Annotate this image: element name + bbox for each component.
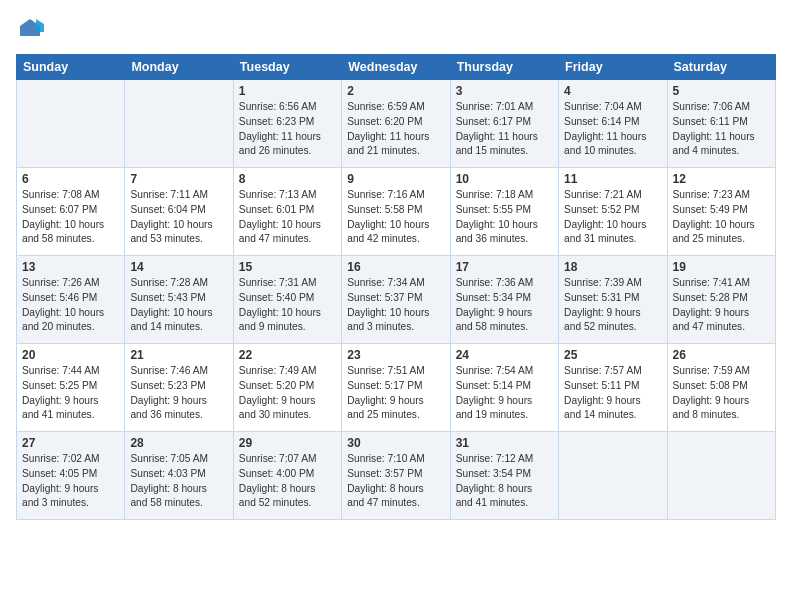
day-header-sunday: Sunday <box>17 55 125 80</box>
calendar-cell: 20Sunrise: 7:44 AM Sunset: 5:25 PM Dayli… <box>17 344 125 432</box>
day-number: 5 <box>673 84 770 98</box>
day-number: 21 <box>130 348 227 362</box>
day-header-tuesday: Tuesday <box>233 55 341 80</box>
calendar-cell: 8Sunrise: 7:13 AM Sunset: 6:01 PM Daylig… <box>233 168 341 256</box>
calendar-cell: 29Sunrise: 7:07 AM Sunset: 4:00 PM Dayli… <box>233 432 341 520</box>
day-info: Sunrise: 7:57 AM Sunset: 5:11 PM Dayligh… <box>564 364 661 423</box>
calendar-cell <box>559 432 667 520</box>
day-info: Sunrise: 7:12 AM Sunset: 3:54 PM Dayligh… <box>456 452 553 511</box>
day-header-friday: Friday <box>559 55 667 80</box>
day-number: 31 <box>456 436 553 450</box>
calendar-cell: 7Sunrise: 7:11 AM Sunset: 6:04 PM Daylig… <box>125 168 233 256</box>
day-info: Sunrise: 7:11 AM Sunset: 6:04 PM Dayligh… <box>130 188 227 247</box>
day-number: 1 <box>239 84 336 98</box>
page-header <box>16 16 776 44</box>
calendar-cell: 13Sunrise: 7:26 AM Sunset: 5:46 PM Dayli… <box>17 256 125 344</box>
day-info: Sunrise: 7:02 AM Sunset: 4:05 PM Dayligh… <box>22 452 119 511</box>
day-number: 4 <box>564 84 661 98</box>
day-number: 12 <box>673 172 770 186</box>
day-number: 29 <box>239 436 336 450</box>
calendar-cell: 10Sunrise: 7:18 AM Sunset: 5:55 PM Dayli… <box>450 168 558 256</box>
calendar-cell: 25Sunrise: 7:57 AM Sunset: 5:11 PM Dayli… <box>559 344 667 432</box>
day-number: 30 <box>347 436 444 450</box>
day-number: 6 <box>22 172 119 186</box>
day-number: 25 <box>564 348 661 362</box>
calendar-cell: 3Sunrise: 7:01 AM Sunset: 6:17 PM Daylig… <box>450 80 558 168</box>
logo-icon <box>16 16 44 44</box>
day-info: Sunrise: 7:34 AM Sunset: 5:37 PM Dayligh… <box>347 276 444 335</box>
calendar-cell: 4Sunrise: 7:04 AM Sunset: 6:14 PM Daylig… <box>559 80 667 168</box>
day-header-thursday: Thursday <box>450 55 558 80</box>
calendar-week-row: 6Sunrise: 7:08 AM Sunset: 6:07 PM Daylig… <box>17 168 776 256</box>
day-number: 19 <box>673 260 770 274</box>
day-number: 8 <box>239 172 336 186</box>
day-info: Sunrise: 7:23 AM Sunset: 5:49 PM Dayligh… <box>673 188 770 247</box>
day-info: Sunrise: 7:26 AM Sunset: 5:46 PM Dayligh… <box>22 276 119 335</box>
svg-marker-2 <box>36 19 44 32</box>
day-number: 26 <box>673 348 770 362</box>
calendar-cell: 28Sunrise: 7:05 AM Sunset: 4:03 PM Dayli… <box>125 432 233 520</box>
day-info: Sunrise: 7:51 AM Sunset: 5:17 PM Dayligh… <box>347 364 444 423</box>
day-info: Sunrise: 7:36 AM Sunset: 5:34 PM Dayligh… <box>456 276 553 335</box>
day-info: Sunrise: 7:46 AM Sunset: 5:23 PM Dayligh… <box>130 364 227 423</box>
day-number: 14 <box>130 260 227 274</box>
calendar-cell: 23Sunrise: 7:51 AM Sunset: 5:17 PM Dayli… <box>342 344 450 432</box>
calendar-cell: 1Sunrise: 6:56 AM Sunset: 6:23 PM Daylig… <box>233 80 341 168</box>
day-info: Sunrise: 7:28 AM Sunset: 5:43 PM Dayligh… <box>130 276 227 335</box>
day-number: 17 <box>456 260 553 274</box>
day-number: 22 <box>239 348 336 362</box>
day-info: Sunrise: 7:01 AM Sunset: 6:17 PM Dayligh… <box>456 100 553 159</box>
calendar-cell: 21Sunrise: 7:46 AM Sunset: 5:23 PM Dayli… <box>125 344 233 432</box>
day-number: 15 <box>239 260 336 274</box>
day-header-saturday: Saturday <box>667 55 775 80</box>
day-info: Sunrise: 7:21 AM Sunset: 5:52 PM Dayligh… <box>564 188 661 247</box>
calendar-cell: 2Sunrise: 6:59 AM Sunset: 6:20 PM Daylig… <box>342 80 450 168</box>
day-number: 24 <box>456 348 553 362</box>
day-number: 23 <box>347 348 444 362</box>
calendar-cell: 18Sunrise: 7:39 AM Sunset: 5:31 PM Dayli… <box>559 256 667 344</box>
day-number: 28 <box>130 436 227 450</box>
calendar-cell: 14Sunrise: 7:28 AM Sunset: 5:43 PM Dayli… <box>125 256 233 344</box>
calendar-cell: 22Sunrise: 7:49 AM Sunset: 5:20 PM Dayli… <box>233 344 341 432</box>
day-info: Sunrise: 7:10 AM Sunset: 3:57 PM Dayligh… <box>347 452 444 511</box>
calendar-cell <box>667 432 775 520</box>
calendar-cell: 12Sunrise: 7:23 AM Sunset: 5:49 PM Dayli… <box>667 168 775 256</box>
calendar-week-row: 20Sunrise: 7:44 AM Sunset: 5:25 PM Dayli… <box>17 344 776 432</box>
day-number: 20 <box>22 348 119 362</box>
calendar-cell: 16Sunrise: 7:34 AM Sunset: 5:37 PM Dayli… <box>342 256 450 344</box>
day-number: 9 <box>347 172 444 186</box>
calendar-cell: 5Sunrise: 7:06 AM Sunset: 6:11 PM Daylig… <box>667 80 775 168</box>
calendar-table: SundayMondayTuesdayWednesdayThursdayFrid… <box>16 54 776 520</box>
day-info: Sunrise: 7:59 AM Sunset: 5:08 PM Dayligh… <box>673 364 770 423</box>
calendar-cell: 15Sunrise: 7:31 AM Sunset: 5:40 PM Dayli… <box>233 256 341 344</box>
day-info: Sunrise: 7:08 AM Sunset: 6:07 PM Dayligh… <box>22 188 119 247</box>
day-info: Sunrise: 7:39 AM Sunset: 5:31 PM Dayligh… <box>564 276 661 335</box>
day-info: Sunrise: 7:31 AM Sunset: 5:40 PM Dayligh… <box>239 276 336 335</box>
calendar-cell: 24Sunrise: 7:54 AM Sunset: 5:14 PM Dayli… <box>450 344 558 432</box>
day-number: 2 <box>347 84 444 98</box>
day-info: Sunrise: 7:13 AM Sunset: 6:01 PM Dayligh… <box>239 188 336 247</box>
calendar-cell <box>125 80 233 168</box>
day-info: Sunrise: 7:49 AM Sunset: 5:20 PM Dayligh… <box>239 364 336 423</box>
calendar-week-row: 13Sunrise: 7:26 AM Sunset: 5:46 PM Dayli… <box>17 256 776 344</box>
calendar-cell: 31Sunrise: 7:12 AM Sunset: 3:54 PM Dayli… <box>450 432 558 520</box>
logo <box>16 16 48 44</box>
day-info: Sunrise: 6:59 AM Sunset: 6:20 PM Dayligh… <box>347 100 444 159</box>
day-number: 11 <box>564 172 661 186</box>
day-info: Sunrise: 7:04 AM Sunset: 6:14 PM Dayligh… <box>564 100 661 159</box>
calendar-header-row: SundayMondayTuesdayWednesdayThursdayFrid… <box>17 55 776 80</box>
day-info: Sunrise: 7:16 AM Sunset: 5:58 PM Dayligh… <box>347 188 444 247</box>
day-header-monday: Monday <box>125 55 233 80</box>
day-info: Sunrise: 7:18 AM Sunset: 5:55 PM Dayligh… <box>456 188 553 247</box>
day-info: Sunrise: 7:05 AM Sunset: 4:03 PM Dayligh… <box>130 452 227 511</box>
day-number: 27 <box>22 436 119 450</box>
day-number: 16 <box>347 260 444 274</box>
day-info: Sunrise: 7:07 AM Sunset: 4:00 PM Dayligh… <box>239 452 336 511</box>
calendar-cell: 30Sunrise: 7:10 AM Sunset: 3:57 PM Dayli… <box>342 432 450 520</box>
day-info: Sunrise: 7:06 AM Sunset: 6:11 PM Dayligh… <box>673 100 770 159</box>
calendar-cell: 6Sunrise: 7:08 AM Sunset: 6:07 PM Daylig… <box>17 168 125 256</box>
calendar-cell: 11Sunrise: 7:21 AM Sunset: 5:52 PM Dayli… <box>559 168 667 256</box>
day-number: 13 <box>22 260 119 274</box>
day-number: 7 <box>130 172 227 186</box>
calendar-cell: 19Sunrise: 7:41 AM Sunset: 5:28 PM Dayli… <box>667 256 775 344</box>
